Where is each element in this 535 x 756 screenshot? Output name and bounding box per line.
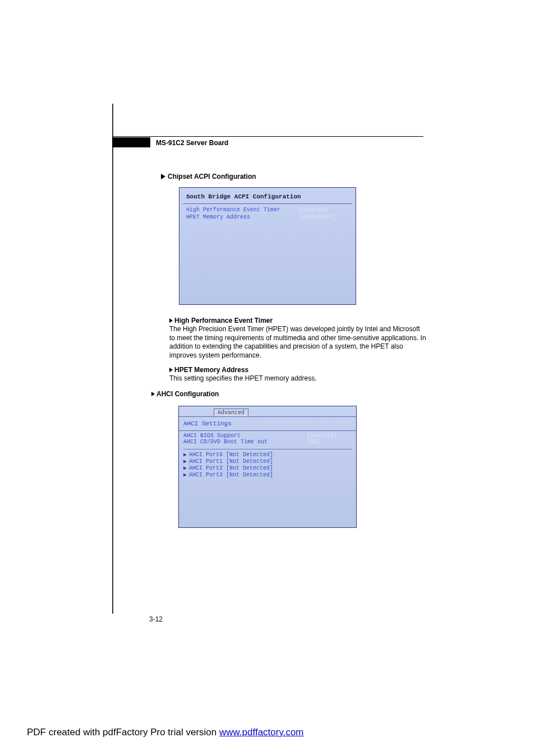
bios1-row-label: HPET Memory Address [186,214,298,220]
bios2-port1: ▶AHCI Port1 [Not Detected] [179,458,356,465]
triangle-right-icon [161,174,165,179]
triangle-right-icon: ▶ [183,458,187,465]
bios-screenshot-ahci: Advanced AHCI Settings AHCI BIOS Support… [178,406,357,528]
bios2-row-label: AHCI BIOS Support [183,433,307,439]
section-heading-text: Chipset ACPI Configuration [168,173,256,180]
bios2-row-boot-timeout: AHCI CD/DVD Boot Time out [35] [183,439,352,445]
heading-hpet-mem: HPET Memory Address [169,366,248,374]
pdf-footer: PDF created with pdfFactory Pro trial ve… [27,727,304,738]
heading-ahci-text: AHCI Configuration [156,390,219,398]
header-black-box [112,137,150,147]
heading-hpet: High Performance Event Timer [169,317,273,324]
page-number: 3-12 [149,615,163,623]
bios2-port-text: AHCI Port3 [Not Detected] [189,472,273,478]
triangle-right-icon [151,392,155,396]
footer-prefix: PDF created with pdfFactory Pro trial ve… [27,727,219,738]
bios1-row-value: [FED00000h] [298,214,349,220]
bios1-row-hpet: High Performance Event Timer [Enabled] [183,206,352,214]
bios1-row-hpet-addr: HPET Memory Address [FED00000h] [183,214,352,221]
page-top-rule [112,136,423,137]
bios1-row-value: [Enabled] [298,207,349,213]
bios2-tabbar: Advanced [179,406,356,416]
triangle-right-icon: ▶ [183,465,187,471]
bios2-title: AHCI Settings [179,416,356,431]
bios2-port3: ▶AHCI Port3 [Not Detected] [179,471,356,478]
bios2-row-label: AHCI CD/DVD Boot Time out [183,439,307,445]
triangle-right-icon [169,368,173,372]
heading-ahci: AHCI Configuration [151,390,219,398]
bios-screenshot-acpi: South Bridge ACPI Configuration High Per… [179,187,356,305]
bios1-row-label: High Performance Event Timer [186,207,298,213]
paragraph-hpet: The High Precision Event Timer (HPET) wa… [169,325,427,360]
section-chipset-acpi: Chipset ACPI Configuration [161,173,256,180]
bios2-port-text: AHCI Port1 [Not Detected] [189,458,273,465]
triangle-right-icon: ▶ [183,452,187,458]
bios1-title: South Bridge ACPI Configuration [183,191,352,204]
bios2-port-text: AHCI Port0 [Not Detected] [189,452,273,458]
bios2-row-value: [Enabled] [307,433,352,439]
bios2-tab-advanced: Advanced [214,409,248,416]
header-title: MS-91C2 Server Board [156,139,228,147]
bios2-row-value: [35] [307,439,352,445]
triangle-right-icon: ▶ [183,472,187,478]
bios2-row-bios-support: AHCI BIOS Support [Enabled] [183,433,352,439]
heading-hpet-text: High Performance Event Timer [174,317,273,324]
bios2-port-text: AHCI Port2 [Not Detected] [189,465,273,471]
heading-hpet-mem-text: HPET Memory Address [174,366,248,374]
bios2-port0: ▶AHCI Port0 [Not Detected] [179,451,356,458]
footer-link[interactable]: www.pdffactory.com [219,727,304,738]
bios2-separator [183,449,352,449]
triangle-right-icon [169,318,173,323]
paragraph-hpet-mem: This setting specifies the HPET memory a… [169,374,427,383]
bios2-port2: ▶AHCI Port2 [Not Detected] [179,465,356,471]
